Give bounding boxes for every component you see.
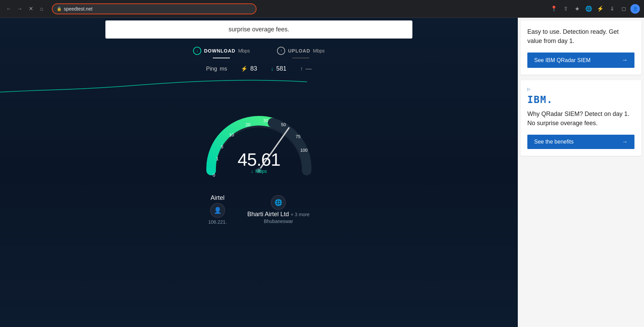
svg-text:30: 30 (263, 118, 268, 123)
sidebar: Easy to use. Detection ready. Get value … (518, 18, 644, 327)
ad2-btn-label: See the benefits (534, 139, 574, 145)
upload-mbps-unit: Mbps (313, 48, 325, 54)
split-screen-button[interactable]: ◻ (619, 4, 628, 14)
ad-marker-icon: ▷ (527, 87, 530, 91)
translate-button[interactable]: 🌐 (584, 4, 594, 14)
share-button[interactable]: ⇧ (561, 4, 570, 14)
ping-label: Ping (206, 66, 217, 72)
speed-value: 45.61 (237, 149, 280, 170)
ad1-text: Easy to use. Detection ready. Get value … (527, 27, 634, 46)
isp-globe-icon: 🌐 (271, 195, 286, 210)
lock-icon: 🔒 (57, 6, 62, 11)
browser-chrome: ← → ✕ ⌂ 🔒 speedtest.net 📍 ⇧ ★ 🌐 ⚡ ⇓ ◻ 👤 (0, 0, 644, 18)
upload-tab-icon: ↑ (277, 47, 285, 55)
provider-name: Airtel (210, 194, 224, 202)
bookmark-button[interactable]: ★ (572, 4, 582, 14)
provider-ip: 106.221. (208, 219, 227, 225)
download-stat-icon: ↓ (271, 66, 274, 72)
upload-stat-icon: ↑ (300, 66, 303, 72)
provider-user-icon: 👤 (210, 203, 225, 218)
ping-value: 83 (250, 65, 257, 72)
upload-stat-value: — (306, 65, 312, 72)
provider-item: Airtel 👤 106.221. (208, 194, 227, 225)
download-mbps-unit: Mbps (238, 48, 250, 54)
upload-tab[interactable]: ↑ UPLOAD Mbps (277, 47, 324, 58)
ping-icon: ⚡ (241, 65, 248, 72)
ad1-btn-arrow: → (621, 57, 628, 64)
ping-value-item: ⚡ 83 (241, 65, 257, 72)
home-button[interactable]: ⌂ (37, 4, 46, 14)
isp-more: + 3 more (291, 212, 310, 217)
browser-actions: 📍 ⇧ ★ 🌐 ⚡ ⇓ ◻ 👤 (549, 4, 640, 14)
ad1-cta-button[interactable]: See IBM QRadar SIEM → (527, 53, 634, 68)
ad1-btn-label: See IBM QRadar SIEM (534, 57, 590, 63)
back-button[interactable]: ← (4, 4, 14, 14)
download-tab-header: ↓ DOWNLOAD Mbps (193, 47, 250, 55)
upload-tab-label: UPLOAD (288, 48, 310, 54)
speed-unit-text: Mbps (255, 168, 267, 174)
ibm-logo: IBM. (527, 94, 634, 105)
top-banner-text: surprise overage fees. (229, 26, 289, 33)
svg-text:50: 50 (281, 122, 286, 127)
isp-city: Bhubaneswar (264, 219, 293, 224)
speed-tabs: ↓ DOWNLOAD Mbps ↑ UPLOAD Mbps (193, 47, 325, 58)
svg-text:100: 100 (300, 148, 308, 153)
ad-card-1: Easy to use. Detection ready. Get value … (521, 20, 641, 75)
svg-text:1: 1 (216, 156, 218, 161)
ad2-btn-arrow: → (622, 139, 628, 145)
reload-button[interactable]: ✕ (26, 4, 35, 14)
download-button[interactable]: ⇓ (607, 4, 617, 14)
ad-card-2: ▷ IBM. Why QRadar SIEM? Detect on day 1.… (521, 80, 641, 156)
speed-unit-icon: ↓ (251, 168, 253, 174)
forward-button[interactable]: → (15, 4, 25, 14)
ad2-text: Why QRadar SIEM? Detect on day 1. No sur… (527, 109, 634, 128)
ad-marker: ▷ (527, 87, 634, 91)
upload-underline (292, 58, 309, 58)
extension-action-btn[interactable]: 📍 (549, 4, 559, 14)
isp-name: Bharti Airtel Ltd + 3 more (247, 211, 310, 218)
download-tab-icon: ↓ (193, 47, 201, 55)
profile-button[interactable]: 👤 (630, 4, 640, 14)
isp-info: 🌐 Bharti Airtel Ltd + 3 more Bhubaneswar (247, 195, 310, 224)
svg-text:0: 0 (213, 173, 215, 178)
speedtest-area: surprise overage fees. ↓ DOWNLOAD Mbps ↑… (0, 18, 518, 327)
address-bar[interactable]: 🔒 speedtest.net (52, 3, 257, 14)
speed-reading: 45.61 ↓ Mbps (237, 149, 280, 174)
ping-unit: ms (220, 66, 227, 72)
upload-tab-header: ↑ UPLOAD Mbps (277, 47, 324, 55)
top-banner: surprise overage fees. (105, 20, 412, 39)
svg-text:10: 10 (229, 132, 234, 137)
extensions-button[interactable]: ⚡ (596, 4, 605, 14)
download-tab[interactable]: ↓ DOWNLOAD Mbps (193, 47, 250, 58)
ping-stat: Ping ms (206, 66, 227, 72)
ad2-cta-button[interactable]: See the benefits → (527, 135, 634, 149)
url-text: speedtest.net (64, 6, 252, 12)
download-stat-value: 581 (276, 65, 287, 72)
svg-text:20: 20 (246, 122, 250, 127)
stats-row: Ping ms ⚡ 83 ↓ 581 ↑ — (206, 65, 311, 72)
download-stat: ↓ 581 (271, 65, 287, 72)
svg-text:5: 5 (221, 144, 223, 149)
download-underline (213, 58, 230, 58)
download-tab-label: DOWNLOAD (204, 48, 235, 54)
speedometer-container: 0 1 5 10 20 30 50 75 100 45.61 ↓ (194, 92, 324, 188)
main-area: surprise overage fees. ↓ DOWNLOAD Mbps ↑… (0, 18, 644, 327)
upload-stat: ↑ — (300, 65, 312, 72)
svg-text:75: 75 (296, 134, 301, 139)
provider-row: Airtel 👤 106.221. 🌐 Bharti Airtel Ltd + … (208, 194, 309, 225)
nav-buttons: ← → ✕ ⌂ (4, 4, 46, 14)
